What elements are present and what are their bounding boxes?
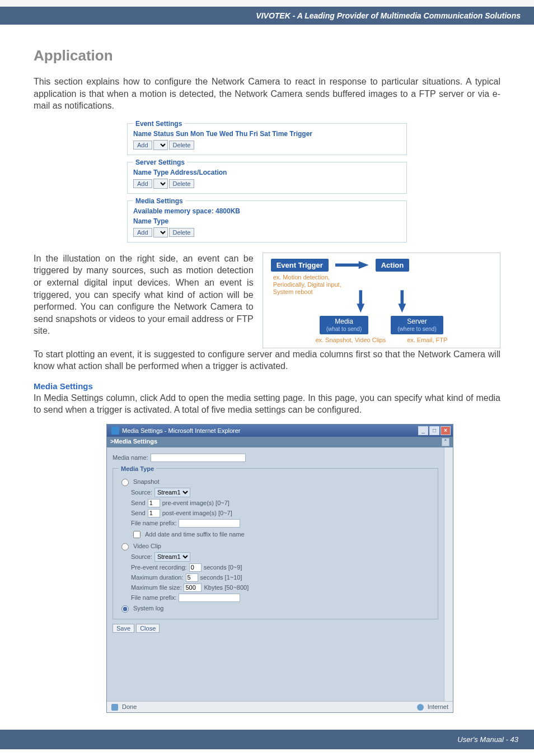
media-type-legend: Media Type xyxy=(119,465,156,472)
media-settings-panel: Media Settings Available memory space: 4… xyxy=(127,197,407,242)
videoclip-radio[interactable] xyxy=(121,543,129,550)
snapshot-suffix-checkbox[interactable] xyxy=(133,531,140,538)
diagram-example-media: ex. Snapshot, Video Clips xyxy=(315,337,386,343)
diagram-media-label: Media xyxy=(335,318,353,325)
internet-zone-icon xyxy=(417,704,424,711)
event-add-button[interactable]: Add xyxy=(133,141,152,150)
window-title: Media Settings - Microsoft Internet Expl… xyxy=(122,427,241,434)
arrow-right-icon xyxy=(335,261,369,269)
window-body: Media name: Media Type Snapshot Source: … xyxy=(107,447,453,701)
video-pre-label: Pre-event recording: xyxy=(131,564,187,571)
video-size-label: Maximum file size: xyxy=(131,584,181,591)
diagram-event-trigger: Event Trigger xyxy=(271,259,329,272)
video-prefix-label: File name prefix: xyxy=(131,594,176,601)
plotting-paragraph: To start plotting an event, it is sugges… xyxy=(34,348,500,372)
systemlog-radio[interactable] xyxy=(121,605,129,613)
page-title: Application xyxy=(34,47,500,64)
window-minimize-button[interactable]: _ xyxy=(418,426,428,435)
server-settings-legend: Server Settings xyxy=(133,158,187,166)
media-settings-paragraph: In Media Settings column, click Add to o… xyxy=(34,392,500,416)
snapshot-pre-suffix: pre-event image(s) [0~7] xyxy=(162,500,229,506)
illustration-paragraph: In the illustation on the right side, an… xyxy=(34,253,254,337)
media-mem-row: Available memory space: 4800KB xyxy=(133,207,401,215)
event-settings-legend: Event Settings xyxy=(133,120,184,128)
media-settings-legend: Media Settings xyxy=(133,197,185,205)
ie-close-button[interactable]: Close xyxy=(136,624,160,633)
ie-save-button[interactable]: Save xyxy=(113,624,134,633)
window-statusbar: Done Internet xyxy=(107,701,453,712)
snapshot-post-suffix: post-event image(s) [0~7] xyxy=(162,510,232,516)
snapshot-source-select[interactable]: Stream1 xyxy=(154,488,190,497)
document-header: VIVOTEK - A Leading Provider of Multimed… xyxy=(0,7,534,25)
snapshot-label: Snapshot xyxy=(133,478,159,485)
media-name-label: Media name: xyxy=(113,454,148,461)
media-select[interactable] xyxy=(153,227,168,237)
vertical-scrollbar[interactable] xyxy=(444,447,453,701)
video-dur-label: Maximum duration: xyxy=(131,574,184,581)
media-delete-button[interactable]: Delete xyxy=(169,228,195,237)
snapshot-pre-input[interactable] xyxy=(148,499,160,507)
event-settings-header-row: Name Status Sun Mon Tue Wed Thu Fri Sat … xyxy=(133,130,401,138)
snapshot-source-label: Source: xyxy=(131,489,152,496)
ie-logo-icon xyxy=(111,427,119,435)
diagram-server: Server (where to send) xyxy=(391,316,443,334)
event-diagram: Event Trigger Action ex. Motion detectio… xyxy=(263,253,500,348)
video-dur-suffix: seconds [1~10] xyxy=(200,574,242,581)
video-size-input[interactable] xyxy=(184,584,202,592)
video-source-select[interactable]: Stream1 xyxy=(154,552,190,562)
top-spacer xyxy=(0,0,534,7)
window-subheader: >Media Settings ˄ xyxy=(107,437,453,447)
server-delete-button[interactable]: Delete xyxy=(169,179,195,188)
event-select[interactable] xyxy=(153,140,168,150)
video-dur-input[interactable] xyxy=(186,573,198,582)
media-type-fieldset: Media Type Snapshot Source: Stream1 Send… xyxy=(113,465,438,619)
systemlog-label: System log xyxy=(133,605,163,612)
videoclip-label: Video Clip xyxy=(133,543,161,549)
server-add-button[interactable]: Add xyxy=(133,179,152,188)
server-settings-header-row: Name Type Address/Location xyxy=(133,169,401,176)
window-close-button[interactable]: × xyxy=(441,426,451,435)
video-source-label: Source: xyxy=(131,553,152,560)
video-pre-suffix: seconds [0~9] xyxy=(204,564,242,571)
diagram-media: Media (what to send) xyxy=(320,316,368,334)
server-select[interactable] xyxy=(153,179,168,189)
window-subheader-text: >Media Settings xyxy=(110,438,157,446)
diagram-server-sub: (where to send) xyxy=(397,326,436,332)
video-prefix-input[interactable] xyxy=(179,594,240,602)
diagram-example-server: ex. Email, FTP xyxy=(407,337,447,343)
snapshot-send-post-label: Send xyxy=(131,510,146,516)
media-name-input[interactable] xyxy=(151,454,246,462)
diagram-server-label: Server xyxy=(407,318,427,325)
diagram-action: Action xyxy=(376,259,409,272)
event-settings-panel: Event Settings Name Status Sun Mon Tue W… xyxy=(127,120,407,155)
snapshot-prefix-label: File name prefix: xyxy=(131,520,176,526)
snapshot-suffix-label: Add date and time suffix to file name xyxy=(145,531,245,538)
status-zone-label: Internet xyxy=(428,703,448,710)
video-size-suffix: Kbytes [50~800] xyxy=(204,584,249,591)
scroll-up-icon[interactable]: ˄ xyxy=(442,438,449,446)
settings-panels: Event Settings Name Status Sun Mon Tue W… xyxy=(127,120,407,242)
arrow-down-icon xyxy=(398,290,406,312)
media-add-button[interactable]: Add xyxy=(133,228,152,237)
media-settings-heading: Media Settings xyxy=(34,381,500,391)
event-delete-button[interactable]: Delete xyxy=(169,141,195,150)
status-done-label: Done xyxy=(122,703,137,710)
ie-done-icon xyxy=(111,704,118,711)
video-pre-input[interactable] xyxy=(189,563,202,572)
media-header-row: Name Type xyxy=(133,217,401,225)
window-maximize-button[interactable]: □ xyxy=(429,426,439,435)
window-titlebar[interactable]: Media Settings - Microsoft Internet Expl… xyxy=(107,424,453,437)
snapshot-send-pre-label: Send xyxy=(131,500,146,506)
snapshot-post-input[interactable] xyxy=(148,509,160,517)
server-settings-panel: Server Settings Name Type Address/Locati… xyxy=(127,158,407,194)
intro-paragraph: This section explains how to configure t… xyxy=(34,76,500,112)
snapshot-prefix-input[interactable] xyxy=(179,519,240,528)
media-settings-window: Media Settings - Microsoft Internet Expl… xyxy=(106,424,453,713)
arrow-down-icon xyxy=(357,290,364,312)
snapshot-radio[interactable] xyxy=(121,479,129,486)
page-footer: User's Manual - 43 xyxy=(0,730,534,749)
diagram-media-sub: (what to send) xyxy=(326,326,362,332)
page-content: Application This section explains how to… xyxy=(0,25,534,713)
